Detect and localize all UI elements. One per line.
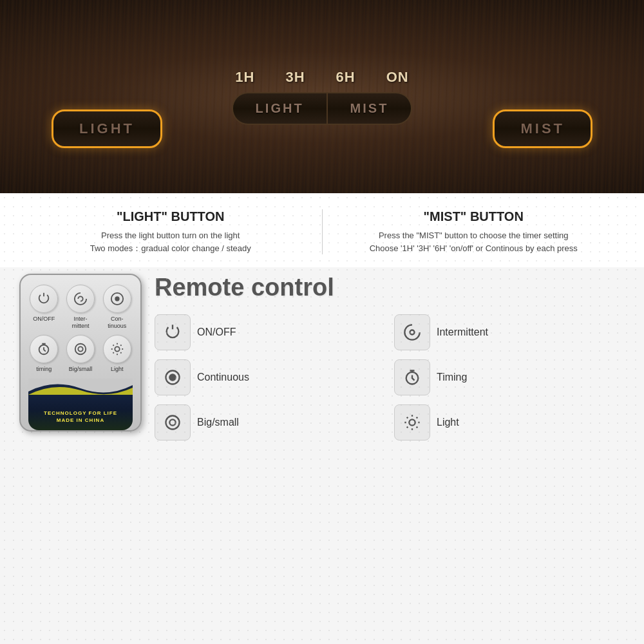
remote-btn-onoff[interactable]: ON/OFF [28,285,60,330]
feature-intermittent: Intermittent [394,314,625,350]
feature-timing-label: Timing [437,372,467,383]
feature-timing: Timing [394,359,625,395]
remote-btn-intermittent[interactable]: Inter-mittent [65,285,97,330]
remote-btn-onoff-label: ON/OFF [33,316,55,323]
feature-onoff-icon-box [155,314,191,350]
timer-label-1h: 1H [235,69,254,86]
remote-bottom: TECHNOLOGY FOR LIFE MADE IN CHINA [28,379,133,430]
light-description: "LIGHT" BUTTON Press the light button tu… [26,209,316,254]
timer-label-6h: 6H [336,69,355,86]
highlight-mist-label: MIST [520,120,565,137]
feature-continuous-label: Continuous [197,372,249,383]
mist-desc-title: "MIST" BUTTON [329,209,619,224]
svg-point-2 [78,346,82,351]
remote-section: ON/OFF Inter-mittent [0,267,644,447]
vertical-divider [322,209,323,254]
remote-buttons-grid: ON/OFF Inter-mittent [28,285,133,372]
feature-bigsmall: Big/small [155,404,385,440]
feature-light-icon-box [394,404,430,440]
remote-btn-intermittent-circle [66,285,95,313]
light-desc-text1: Press the light button turn on the light [26,229,316,242]
remote-btn-timing-circle [30,335,58,363]
timer-label-3h: 3H [285,69,305,86]
light-desc-title: "LIGHT" BUTTON [26,209,316,224]
feature-light-label: Light [437,417,459,428]
feature-light: Light [394,404,625,440]
svg-point-3 [115,346,119,351]
feature-timing-icon-box [394,359,430,395]
feature-bigsmall-label: Big/small [197,417,239,428]
remote-title: Remote control [155,274,625,301]
svg-point-10 [409,419,415,425]
svg-point-1 [75,343,86,354]
bottom-section: "LIGHT" BUTTON Press the light button tu… [0,193,644,644]
mist-desc-text2: Choose '1H' '3H' '6H' 'on/off' or Contin… [329,242,619,255]
light-desc-text2: Two modes：gradual color change / steady [26,242,316,255]
highlight-buttons-row: LIGHT MIST [0,109,644,148]
remote-btn-light[interactable]: Light [101,335,133,373]
remote-btn-light-label: Light [111,366,124,373]
svg-point-6 [169,374,175,380]
timer-labels-row: 1H 3H 6H ON [235,69,408,86]
remote-btn-intermittent-label: Inter-mittent [71,316,89,330]
remote-info-panel: Remote control ON/OFF [155,274,625,440]
feature-intermittent-icon-box [394,314,430,350]
remote-btn-onoff-circle [30,285,58,313]
remote-btn-timing[interactable]: timing [28,335,60,373]
feature-continuous: Continuous [155,359,385,395]
feature-continuous-icon-box [155,359,191,395]
remote-btn-continuous-label: Con-tinuous [108,316,126,330]
remote-btn-bigsmall[interactable]: Big/small [65,335,97,373]
feature-onoff: ON/OFF [155,314,385,350]
top-section: 1H 3H 6H ON LIGHT MIST LIGHT MIST [0,0,644,193]
remote-btn-bigsmall-circle [66,335,95,363]
highlight-light-label: LIGHT [79,120,135,137]
remote-features-grid: ON/OFF Intermittent [155,314,625,440]
mist-description: "MIST" BUTTON Press the "MIST" button to… [329,209,619,254]
remote-btn-light-circle [103,335,131,363]
svg-point-9 [169,419,175,425]
svg-point-4 [410,330,415,335]
remote-btn-timing-label: timing [36,366,52,373]
feature-bigsmall-icon-box [155,404,191,440]
remote-brand: TECHNOLOGY FOR LIFE MADE IN CHINA [44,410,117,424]
timer-label-on: ON [386,69,409,86]
svg-point-8 [166,416,180,430]
mist-desc-text1: Press the "MIST" button to choose the ti… [329,229,619,242]
highlight-light-button[interactable]: LIGHT [52,109,162,148]
remote-device: ON/OFF Inter-mittent [19,274,142,431]
remote-btn-bigsmall-label: Big/small [69,366,93,373]
feature-onoff-label: ON/OFF [197,327,236,338]
remote-btn-continuous[interactable]: Con-tinuous [101,285,133,330]
highlight-mist-button[interactable]: MIST [493,109,592,148]
feature-intermittent-label: Intermittent [437,327,488,338]
button-desc-area: "LIGHT" BUTTON Press the light button tu… [0,193,644,267]
remote-btn-continuous-circle [103,285,131,313]
